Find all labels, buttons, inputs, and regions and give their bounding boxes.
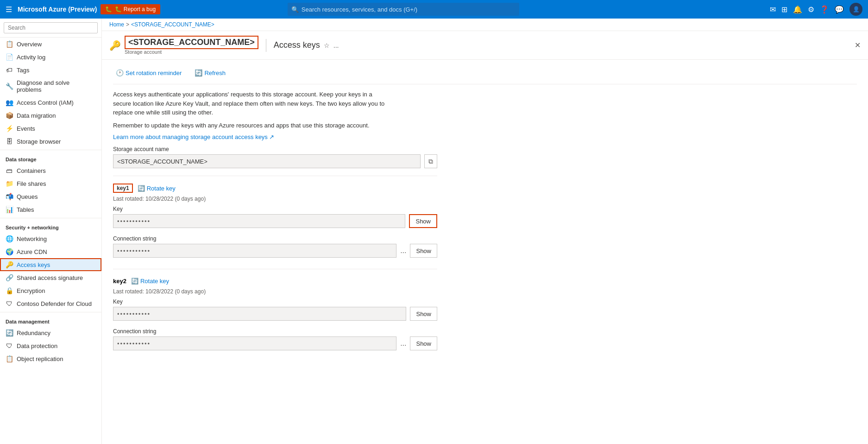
key1-connection-label: Connection string — [113, 235, 437, 242]
sidebar-item-redundancy[interactable]: 🔄 Redundancy — [0, 326, 101, 339]
sidebar-item-access-control[interactable]: 👥 Access Control (IAM) — [0, 96, 101, 109]
sidebar-label-data-protection: Data protection — [17, 343, 96, 349]
refresh-icon: 🔄 — [195, 69, 202, 76]
storage-account-name-input[interactable] — [113, 154, 421, 168]
sidebar-label-access-keys: Access keys — [17, 261, 96, 268]
sidebar-item-data-protection[interactable]: 🛡 Data protection — [0, 339, 101, 352]
defender-icon: 🛡 — [6, 300, 13, 307]
sidebar-item-encryption[interactable]: 🔒 Encryption — [0, 284, 101, 297]
sidebar-label-redundancy: Redundancy — [17, 330, 96, 336]
tags-icon: 🏷 — [6, 66, 13, 74]
storage-browser-icon: 🗄 — [6, 138, 13, 145]
breadcrumb-home[interactable]: Home — [109, 21, 124, 28]
sidebar-label-object-replication: Object replication — [17, 355, 96, 362]
user-avatar[interactable]: 👤 — [849, 3, 862, 16]
sidebar-label-tags: Tags — [17, 67, 96, 74]
key1-connection-input[interactable] — [113, 244, 396, 258]
header-divider — [266, 39, 266, 52]
key1-show-key-button[interactable]: Show — [409, 214, 437, 228]
sidebar-label-storage-browser: Storage browser — [17, 138, 96, 145]
more-options-icon[interactable]: ... — [333, 42, 339, 49]
feedback-icon[interactable]: 💬 — [835, 5, 844, 14]
sidebar-label-shared-access: Shared access signature — [17, 274, 96, 281]
sidebar-item-tags[interactable]: 🏷 Tags — [0, 63, 101, 76]
sidebar-label-iam: Access Control (IAM) — [17, 99, 96, 106]
copy-storage-name-button[interactable]: ⧉ — [424, 154, 437, 168]
nav-icons-group: ✉ ⊞ 🔔 ⚙ ❓ 💬 👤 — [770, 3, 862, 16]
sidebar-item-diagnose[interactable]: 🔧 Diagnose and solve problems — [0, 76, 101, 96]
key1-show-connection-button[interactable]: Show — [410, 244, 437, 258]
sidebar-item-storage-browser[interactable]: 🗄 Storage browser — [0, 135, 101, 148]
set-rotation-label: Set rotation reminder — [126, 70, 182, 76]
data-protection-icon: 🛡 — [6, 342, 13, 349]
sidebar-item-tables[interactable]: 📊 Tables — [0, 203, 101, 216]
key1-rotate-button[interactable]: 🔄 Rotate key — [137, 184, 176, 193]
content-toolbar: 🕐 Set rotation reminder 🔄 Refresh — [113, 67, 857, 84]
hamburger-menu[interactable]: ☰ — [6, 5, 12, 14]
key1-key-row: Show — [113, 214, 437, 228]
sidebar-label-diagnose: Diagnose and solve problems — [17, 79, 96, 93]
sidebar-item-access-keys[interactable]: 🔑 Access keys — [0, 258, 101, 271]
events-icon: ⚡ — [6, 125, 13, 132]
sidebar-item-data-migration[interactable]: 📦 Data migration — [0, 109, 101, 122]
info-text-line1: Access keys authenticate your applicatio… — [113, 90, 391, 117]
breadcrumb-separator-1: > — [126, 21, 129, 28]
sidebar-search-container[interactable] — [0, 19, 101, 38]
rotate-icon-2: 🔄 — [131, 278, 138, 285]
queues-icon: 📬 — [6, 193, 13, 200]
sidebar-label-migration: Data migration — [17, 112, 96, 119]
sidebar-item-containers[interactable]: 🗃 Containers — [0, 164, 101, 177]
migration-icon: 📦 — [6, 112, 13, 119]
help-icon[interactable]: ❓ — [820, 5, 829, 14]
sidebar-item-shared-access[interactable]: 🔗 Shared access signature — [0, 271, 101, 284]
resource-type-label: Storage account — [125, 49, 258, 55]
key2-key-row: Show — [113, 307, 437, 321]
notification-icon[interactable]: 🔔 — [793, 5, 802, 14]
key2-connection-label: Connection string — [113, 328, 437, 335]
key2-connection-input[interactable] — [113, 336, 396, 350]
sidebar-item-azure-cdn[interactable]: 🌍 Azure CDN — [0, 245, 101, 258]
sidebar-label-encryption: Encryption — [17, 287, 96, 294]
sidebar-item-file-shares[interactable]: 📁 File shares — [0, 177, 101, 190]
sidebar-label-queues: Queues — [17, 193, 96, 200]
key2-rotate-button[interactable]: 🔄 Rotate key — [130, 277, 170, 285]
sidebar-label-cdn: Azure CDN — [17, 248, 96, 255]
sidebar-item-events[interactable]: ⚡ Events — [0, 122, 101, 135]
sidebar-item-object-replication[interactable]: 📋 Object replication — [0, 352, 101, 365]
key1-key-label: Key — [113, 206, 437, 212]
page-title: Access keys — [274, 40, 320, 50]
breadcrumb-resource[interactable]: <STORAGE_ACCOUNT_NAME> — [131, 21, 214, 28]
page-header: 🔑 <STORAGE_ACCOUNT_NAME> Storage account… — [102, 31, 868, 60]
set-rotation-button[interactable]: 🕐 Set rotation reminder — [113, 67, 184, 78]
iam-icon: 👥 — [6, 99, 13, 106]
search-icon: 🔍 — [291, 6, 299, 13]
rotation-icon: 🕐 — [116, 69, 124, 76]
email-icon[interactable]: ✉ — [770, 5, 776, 14]
report-bug-button[interactable]: 🐛 🐛 Report a bug — [101, 4, 160, 14]
main-content: Home > <STORAGE_ACCOUNT_NAME> 🔑 <STORAGE… — [102, 19, 868, 444]
tables-icon: 📊 — [6, 206, 13, 213]
sidebar-item-overview[interactable]: 📋 Overview — [0, 38, 101, 51]
sidebar-search-input[interactable] — [4, 22, 98, 33]
sidebar-item-queues[interactable]: 📬 Queues — [0, 190, 101, 203]
storage-account-name-row: ⧉ — [113, 154, 437, 168]
sidebar-item-activity-log[interactable]: 📄 Activity log — [0, 51, 101, 63]
object-replication-icon: 📋 — [6, 355, 13, 362]
key1-key-input[interactable] — [113, 214, 405, 228]
networking-icon: 🌐 — [6, 235, 13, 242]
sidebar-item-networking[interactable]: 🌐 Networking — [0, 232, 101, 245]
global-search-bar[interactable]: 🔍 — [288, 3, 519, 16]
settings-icon[interactable]: ⚙ — [808, 5, 814, 14]
close-page-icon[interactable]: ✕ — [855, 41, 861, 50]
global-search-input[interactable] — [302, 6, 516, 13]
dashboard-icon[interactable]: ⊞ — [781, 5, 787, 14]
storage-account-name-label: Storage account name — [113, 146, 437, 152]
sidebar-item-defender[interactable]: 🛡 Contoso Defender for Cloud — [0, 297, 101, 310]
favorite-star-icon[interactable]: ☆ — [324, 42, 330, 49]
key2-key-input[interactable] — [113, 307, 406, 321]
key2-show-connection-button[interactable]: Show — [410, 336, 437, 350]
learn-more-link[interactable]: Learn more about managing storage accoun… — [113, 133, 274, 140]
refresh-button[interactable]: 🔄 Refresh — [192, 67, 228, 78]
key2-show-key-button[interactable]: Show — [410, 307, 437, 321]
key2-key-label: Key — [113, 298, 437, 305]
